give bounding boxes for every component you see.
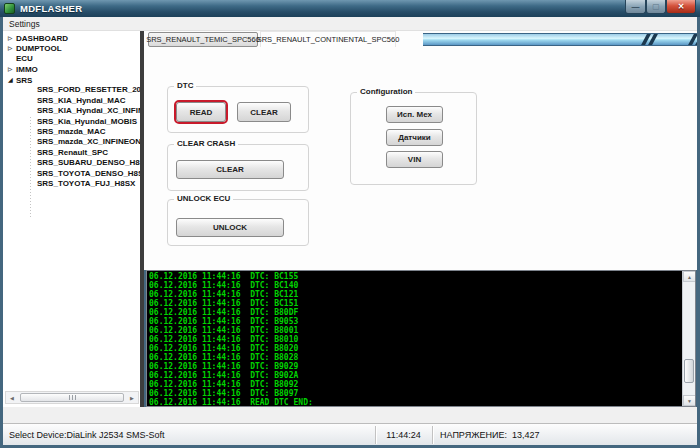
tree-item[interactable]: ▷IMMO <box>3 64 141 74</box>
expander-collapsed-icon[interactable]: ▷ <box>8 43 16 53</box>
menu-settings[interactable]: Settings <box>3 19 46 29</box>
tree: ▷DASHBOARD▷DUMPTOOLECU▷IMMO◢SRSSRS_FORD_… <box>3 33 141 190</box>
log-line: 06.12.2016 11:44:16 DTC: B902A <box>149 371 313 380</box>
tree-item[interactable]: ECU <box>3 54 141 64</box>
tree-item-label: SRS <box>16 76 32 85</box>
minimize-button[interactable]: — <box>625 0 646 14</box>
app-window: MDFLASHER — ▢ ✕ Settings ▷DASHBOARD▷DUMP… <box>0 0 700 448</box>
log-line: 06.12.2016 11:44:16 DTC: B8028 <box>149 353 313 362</box>
tree-item-label: SRS_FORD_RESETTER_2005_2 <box>37 85 141 94</box>
main-panel: SRS_RENAULT_TEMIC_SPC560 SRS_RENAULT_CON… <box>144 31 697 270</box>
scrollbar-thumb[interactable] <box>20 393 124 402</box>
tree-panel: ▷DASHBOARD▷DUMPTOOLECU▷IMMO◢SRSSRS_FORD_… <box>3 31 141 407</box>
tree-item[interactable]: SRS_mazda_MAC <box>3 127 141 137</box>
tree-item[interactable]: SRS_KIA_Hyndai_MAC <box>3 96 141 106</box>
group-clear-crash-title: CLEAR CRASH <box>174 139 238 148</box>
scroll-up-icon[interactable]: ▲ <box>683 271 696 282</box>
scrollbar-grip <box>69 395 76 400</box>
tree-item-label: SRS_Renault_SPC <box>37 148 108 157</box>
scroll-right-icon[interactable]: ▶ <box>126 392 138 403</box>
tree-item[interactable]: SRS_SUBARU_DENSO_H8SX <box>3 158 141 168</box>
group-dtc: DTC READ CLEAR <box>167 86 309 133</box>
dtc-read-button[interactable]: READ <box>176 102 226 122</box>
group-unlock-ecu: UNLOCK ECU UNLOCK <box>167 199 309 246</box>
tree-item-label: IMMO <box>16 65 38 74</box>
progress-bar <box>423 33 697 46</box>
scroll-left-icon[interactable]: ◀ <box>6 392 18 403</box>
expander-collapsed-icon[interactable]: ▷ <box>8 33 16 43</box>
log-line: 06.12.2016 11:44:16 DTC: B8010 <box>149 335 313 344</box>
status-time: 11:44:24 <box>375 424 432 446</box>
tree-item-label: SRS_TOYOTA_FUJ_H8SX <box>37 179 135 188</box>
tab-srs-renault-continental[interactable]: SRS_RENAULT_CONTINENTAL_SPC560 <box>260 31 396 47</box>
unlock-ecu-button[interactable]: UNLOCK <box>176 218 284 237</box>
log-line: 06.12.2016 11:44:16 DTC: BC121 <box>149 290 313 299</box>
status-separator <box>432 426 433 444</box>
tree-item-label: SRS_KIA_Hyndai_XC_INFINEON <box>37 106 141 115</box>
expander-expanded-icon[interactable]: ◢ <box>8 75 16 85</box>
menu-bar: Settings <box>3 17 697 31</box>
group-dtc-title: DTC <box>174 81 196 90</box>
config-isp-meh-button[interactable]: Исп. Мех <box>386 106 443 123</box>
group-unlock-ecu-title: UNLOCK ECU <box>174 194 233 203</box>
tree-item-label: SRS_SUBARU_DENSO_H8SX <box>37 158 141 167</box>
voltage-label: НАПРЯЖЕНИЕ: <box>440 430 507 440</box>
tree-item[interactable]: SRS_TOYOTA_DENSO_H8SX <box>3 169 141 179</box>
log-line: 06.12.2016 11:44:16 DTC: B8001 <box>149 326 313 335</box>
group-configuration: Configuration Исп. Мех Датчики VIN <box>350 92 477 185</box>
status-bar: Select Device:DiaLink J2534 SMS-Soft 11:… <box>3 423 697 445</box>
log-line: 06.12.2016 11:44:16 DTC: BC155 <box>149 272 313 281</box>
tree-horizontal-scrollbar[interactable]: ◀ ▶ <box>5 391 139 404</box>
bottom-gap <box>3 407 697 423</box>
status-voltage: НАПРЯЖЕНИЕ: 13,427 <box>440 424 540 446</box>
log-console: 06.12.2016 11:44:16 DTC: BC15506.12.2016… <box>146 270 696 407</box>
tree-item[interactable]: ▷DUMPTOOL <box>3 43 141 53</box>
maximize-button[interactable]: ▢ <box>646 0 666 14</box>
tree-item-label: ECU <box>16 54 33 63</box>
clear-crash-button[interactable]: CLEAR <box>176 160 284 179</box>
app-icon <box>4 3 15 14</box>
status-device: Select Device:DiaLink J2534 SMS-Soft <box>9 424 165 446</box>
log-line: 06.12.2016 11:44:16 DTC: BC151 <box>149 299 313 308</box>
log-line: 06.12.2016 11:44:16 DTC: B80DF <box>149 308 313 317</box>
tab-srs-renault-temic[interactable]: SRS_RENAULT_TEMIC_SPC560 <box>148 32 258 47</box>
tree-item[interactable]: ◢SRS <box>3 75 141 85</box>
scroll-down-icon[interactable]: ▼ <box>683 395 696 406</box>
log-line: 06.12.2016 11:44:16 DTC: B9029 <box>149 362 313 371</box>
group-configuration-title: Configuration <box>357 87 415 96</box>
log-line: 06.12.2016 11:44:16 DTC: B8092 <box>149 380 313 389</box>
dtc-clear-button[interactable]: CLEAR <box>237 102 291 122</box>
scrollbar-thumb[interactable] <box>684 359 694 383</box>
log-line: 06.12.2016 11:44:16 DTC: B8020 <box>149 344 313 353</box>
tree-item[interactable]: SRS_FORD_RESETTER_2005_2 <box>3 85 141 95</box>
log-lines: 06.12.2016 11:44:16 DTC: BC15506.12.2016… <box>149 272 313 407</box>
log-line: 06.12.2016 11:44:16 DTC: B9053 <box>149 317 313 326</box>
tree-item[interactable]: SRS_mazda_XC_INFINEON <box>3 137 141 147</box>
tree-item-label: SRS_mazda_MAC <box>37 127 105 136</box>
title-bar: MDFLASHER — ▢ ✕ <box>0 0 700 17</box>
tree-item-label: SRS_TOYOTA_DENSO_H8SX <box>37 169 141 178</box>
group-clear-crash: CLEAR CRASH CLEAR <box>167 144 309 191</box>
tree-item[interactable]: SRS_KIA_Hyndai_XC_INFINEON <box>3 106 141 116</box>
expander-collapsed-icon[interactable]: ▷ <box>8 64 16 74</box>
config-datchiki-button[interactable]: Датчики <box>386 129 443 146</box>
tree-item[interactable]: SRS_Renault_SPC <box>3 148 141 158</box>
close-button[interactable]: ✕ <box>666 0 696 14</box>
tree-item-label: SRS_KIA_Hyndai_MAC <box>37 96 125 105</box>
tree-item-label: DASHBOARD <box>16 34 68 43</box>
log-vertical-scrollbar[interactable]: ▲ ▼ <box>682 271 695 406</box>
tree-item[interactable]: SRS_TOYOTA_FUJ_H8SX <box>3 179 141 189</box>
tree-item-label: DUMPTOOL <box>16 44 62 53</box>
config-vin-button[interactable]: VIN <box>386 151 443 168</box>
log-line: 06.12.2016 11:44:16 DTC: B8097 <box>149 389 313 398</box>
voltage-value: 13,427 <box>512 430 540 440</box>
tree-item-label: SRS_mazda_XC_INFINEON <box>37 137 141 146</box>
tree-item-label: SRS_Kia_Hyundai_MOBIS <box>37 117 137 126</box>
window-title: MDFLASHER <box>20 3 82 14</box>
window-controls: — ▢ ✕ <box>625 0 696 14</box>
log-line: 06.12.2016 11:44:16 DTC: BC140 <box>149 281 313 290</box>
tree-item[interactable]: SRS_Kia_Hyundai_MOBIS <box>3 117 141 127</box>
log-line: 06.12.2016 11:44:16 READ DTC END: <box>149 398 313 407</box>
tree-item[interactable]: ▷DASHBOARD <box>3 33 141 43</box>
